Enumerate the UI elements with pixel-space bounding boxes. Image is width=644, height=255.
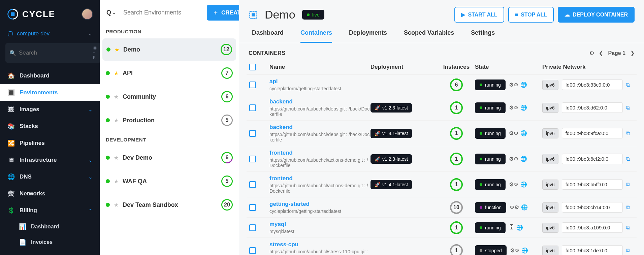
star-icon[interactable]: ★ <box>114 94 119 100</box>
star-icon[interactable]: ★ <box>114 202 119 208</box>
sidebar-item-images[interactable]: 🖼Images⌄ <box>0 101 100 118</box>
gears-icon[interactable]: ⚙⚙ <box>509 156 518 162</box>
nav-label: Networks <box>20 190 45 197</box>
nav-label: Infrastructure <box>20 157 57 163</box>
env-item[interactable]: ★ Production 5 <box>100 108 239 132</box>
sidebar-item-pipelines[interactable]: 🔀Pipelines <box>0 135 100 152</box>
globe-icon: 🌐 <box>516 224 523 231</box>
star-icon[interactable]: ★ <box>114 117 119 124</box>
list-title: CONTAINERS <box>249 50 286 56</box>
container-name-link[interactable]: mysql <box>269 221 371 228</box>
gear-icon[interactable]: ⚙ <box>589 50 594 56</box>
tab-containers[interactable]: Containers <box>300 29 332 43</box>
svg-rect-4 <box>252 13 255 16</box>
gears-icon[interactable]: ⚙⚙ <box>510 247 519 254</box>
row-checkbox[interactable] <box>249 224 256 231</box>
env-item[interactable]: ★ API 7 <box>100 61 239 85</box>
disk-icon: 🗄 <box>509 224 514 231</box>
row-checkbox[interactable] <box>249 104 256 111</box>
env-item[interactable]: ★ WAF QA 5 <box>100 169 239 193</box>
brand: CYCLE <box>0 4 100 27</box>
container-name-link[interactable]: getting-started <box>269 201 371 208</box>
container-name-link[interactable]: frontend <box>269 175 371 182</box>
globe-icon: 🌐 <box>520 156 527 162</box>
env-search-input[interactable] <box>121 6 203 20</box>
sidebar-item-environments[interactable]: 🔳Environments <box>0 84 100 101</box>
copy-icon[interactable]: ⧉ <box>626 105 630 111</box>
globe-icon: 🌐 <box>521 247 528 254</box>
env-instance-count: 5 <box>221 115 233 126</box>
instance-count: 6 <box>450 78 463 91</box>
live-badge: live <box>302 10 325 20</box>
rocket-icon: 🚀 <box>375 182 380 187</box>
sidebar-item-stacks[interactable]: 📚Stacks <box>0 118 100 135</box>
search-scope-button[interactable]: Q ⌄ <box>104 6 118 19</box>
search-input[interactable] <box>19 50 90 56</box>
avatar[interactable] <box>82 8 93 20</box>
start-all-label: START ALL <box>468 12 497 18</box>
tab-dashboard[interactable]: Dashboard <box>252 29 284 43</box>
sidebar-item-networks[interactable]: 🕸Networks <box>0 185 100 202</box>
tab-scoped-variables[interactable]: Scoped Variables <box>404 29 454 43</box>
copy-icon[interactable]: ⧉ <box>626 130 630 136</box>
row-checkbox[interactable] <box>249 247 256 254</box>
sidebar-item-billing-invoices[interactable]: 📄Invoices <box>19 234 100 250</box>
private-ip: fd00::9bc3:d62:0:0 <box>562 102 623 113</box>
start-all-button[interactable]: ▶START ALL <box>454 7 504 23</box>
container-name-link[interactable]: stress-cpu <box>269 241 371 248</box>
global-search[interactable]: 🔍 ⌘ + K <box>5 43 101 63</box>
container-name-link[interactable]: frontend <box>269 150 371 156</box>
star-icon[interactable]: ★ <box>114 70 119 76</box>
select-all-checkbox[interactable] <box>249 64 256 70</box>
gears-icon[interactable]: ⚙⚙ <box>509 130 518 136</box>
star-icon[interactable]: ★ <box>114 155 119 161</box>
container-name-link[interactable]: backend <box>269 98 371 105</box>
stop-all-button[interactable]: ■STOP ALL <box>508 7 554 23</box>
gears-icon[interactable]: ⚙⚙ <box>510 204 519 211</box>
nav-label: Invoices <box>31 239 53 245</box>
copy-icon[interactable]: ⧉ <box>626 156 630 162</box>
tab-deployments[interactable]: Deployments <box>349 29 387 43</box>
state-badge: running <box>475 179 506 190</box>
row-checkbox[interactable] <box>249 130 256 137</box>
container-name-link[interactable]: backend <box>269 124 371 131</box>
gauge-icon: 📊 <box>19 223 26 230</box>
sidebar-item-dns[interactable]: 🌐DNS⌄ <box>0 168 100 185</box>
net-icon: 🕸 <box>7 190 15 197</box>
row-checkbox[interactable] <box>249 181 256 188</box>
container-source: cycleplatform/getting-started:latest <box>269 209 371 214</box>
server-icon: 🖥 <box>7 156 15 164</box>
gears-icon[interactable]: ⚙⚙ <box>509 104 518 111</box>
env-item[interactable]: ★ Dev Demo 6 <box>100 146 239 169</box>
gears-icon[interactable]: ⚙⚙ <box>509 82 518 88</box>
row-checkbox[interactable] <box>249 82 256 88</box>
copy-icon[interactable]: ⧉ <box>626 182 630 188</box>
project-selector[interactable]: compute dev ⌄ <box>0 27 100 40</box>
env-item[interactable]: ★ Dev Team Sandbox 20 <box>100 193 239 217</box>
rocket-icon: 🚀 <box>375 105 380 110</box>
prev-page-button[interactable]: ❮ <box>599 50 603 56</box>
tab-settings[interactable]: Settings <box>471 29 495 43</box>
gears-icon[interactable]: ⚙⚙ <box>509 181 518 188</box>
sidebar-item-billing[interactable]: 💲Billing⌃ <box>0 202 100 219</box>
star-icon[interactable]: ★ <box>114 178 119 185</box>
env-item[interactable]: ★ Demo 12 <box>102 38 236 61</box>
copy-icon[interactable]: ⧉ <box>626 204 630 211</box>
container-name-link[interactable]: api <box>269 78 371 85</box>
cycle-logo-icon <box>7 8 19 20</box>
sidebar-item-dashboard[interactable]: 🏠Dashboard <box>0 67 100 84</box>
row-checkbox[interactable] <box>249 204 256 211</box>
deploy-container-button[interactable]: ☁DEPLOY CONTAINER <box>558 7 635 23</box>
copy-icon[interactable]: ⧉ <box>626 225 630 231</box>
copy-icon[interactable]: ⧉ <box>626 82 630 88</box>
env-item[interactable]: ★ Community 6 <box>100 85 239 108</box>
star-icon[interactable]: ★ <box>115 46 119 53</box>
container-source: https://github.com/aubuchcl/actions-demo… <box>269 183 371 194</box>
status-dot-icon <box>106 118 110 122</box>
next-page-button[interactable]: ❯ <box>630 50 635 56</box>
sidebar-item-infrastructure[interactable]: 🖥Infrastructure⌄ <box>0 152 100 168</box>
row-checkbox[interactable] <box>249 156 256 162</box>
env-label: API <box>123 70 217 77</box>
sidebar-item-billing-dashboard[interactable]: 📊Dashboard <box>19 219 100 234</box>
copy-icon[interactable]: ⧉ <box>626 248 630 254</box>
